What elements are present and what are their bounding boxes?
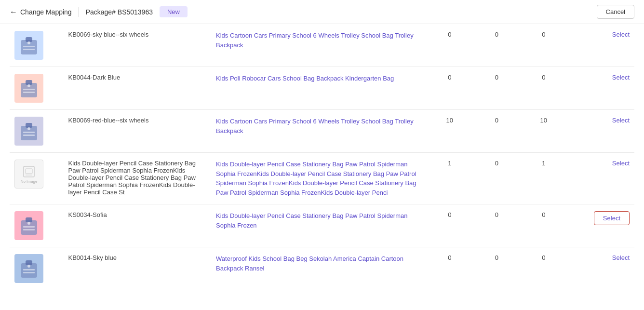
product-title[interactable]: Kids Double-layer Pencil Case Stationery… bbox=[216, 161, 416, 196]
sku-text: KB0069-sky blue--six wheels bbox=[68, 31, 148, 38]
svg-rect-16 bbox=[26, 169, 32, 174]
title-cell: Kids Cartoon Cars Primary School 6 Wheel… bbox=[211, 24, 426, 67]
qty3-cell: 0 bbox=[520, 24, 567, 67]
svg-point-22 bbox=[27, 222, 30, 225]
table-row: KB0069-red-blue--six wheelsKids Cartoon … bbox=[10, 110, 634, 153]
action-cell: Select bbox=[567, 153, 634, 204]
qty3-cell: 0 bbox=[520, 247, 567, 290]
svg-rect-6 bbox=[26, 80, 32, 85]
title-cell: Kids Double-layer Pencil Case Stationery… bbox=[211, 153, 426, 204]
svg-rect-15 bbox=[24, 166, 34, 177]
sku-text: KB0069-red-blue--six wheels bbox=[68, 117, 148, 124]
sku-cell: KB0014-Sky blue bbox=[63, 247, 211, 290]
product-image bbox=[14, 31, 43, 60]
product-image bbox=[14, 74, 43, 103]
svg-point-9 bbox=[27, 84, 30, 87]
svg-rect-25 bbox=[23, 269, 35, 270]
qty1-value: 0 bbox=[448, 211, 451, 218]
qty3-value: 0 bbox=[542, 211, 545, 218]
select-button[interactable]: Select bbox=[612, 160, 630, 167]
qty3-cell: 0 bbox=[520, 204, 567, 247]
sku-text: Kids Double-layer Pencil Case Stationery… bbox=[68, 160, 195, 196]
qty3-value: 0 bbox=[542, 254, 545, 261]
qty2-cell: 0 bbox=[473, 247, 521, 290]
table-row: KB0014-Sky blueWaterproof Kids School Ba… bbox=[10, 247, 634, 290]
product-image-cell: No Image bbox=[10, 153, 63, 204]
action-cell: Select bbox=[567, 110, 634, 153]
select-button[interactable]: Select bbox=[594, 211, 630, 225]
product-title[interactable]: Kids Double-layer Pencil Case Stationery… bbox=[216, 212, 407, 229]
sku-cell: Kids Double-layer Pencil Case Stationery… bbox=[63, 153, 211, 204]
qty3-value: 0 bbox=[542, 74, 545, 81]
svg-rect-13 bbox=[23, 135, 35, 136]
qty2-cell: 0 bbox=[473, 67, 521, 110]
sku-cell: KS0034-Sofia bbox=[63, 204, 211, 247]
product-image bbox=[14, 254, 43, 283]
svg-rect-3 bbox=[23, 49, 35, 50]
svg-rect-26 bbox=[23, 272, 35, 273]
sku-cell: KB0069-red-blue--six wheels bbox=[63, 110, 211, 153]
svg-rect-8 bbox=[23, 92, 35, 93]
action-cell: Select bbox=[567, 67, 634, 110]
sku-text: KS0034-Sofia bbox=[68, 211, 107, 218]
title-cell: Kids Poli Robocar Cars School Bag Backpa… bbox=[211, 67, 426, 110]
qty1-cell: 0 bbox=[426, 247, 473, 290]
package-label: Package# BS5013963 bbox=[86, 8, 153, 16]
back-arrow-icon: ← bbox=[10, 8, 17, 16]
product-title[interactable]: Kids Cartoon Cars Primary School 6 Wheel… bbox=[216, 118, 414, 135]
product-image-cell bbox=[10, 24, 63, 67]
qty2-value: 0 bbox=[495, 160, 498, 167]
svg-rect-1 bbox=[26, 37, 32, 42]
qty2-cell: 0 bbox=[473, 153, 521, 204]
qty1-value: 0 bbox=[448, 74, 451, 81]
qty1-value: 0 bbox=[448, 254, 451, 261]
product-image bbox=[14, 211, 43, 240]
back-link[interactable]: ← Change Mapping bbox=[10, 8, 72, 16]
sku-cell: KB0069-sky blue--six wheels bbox=[63, 24, 211, 67]
title-cell: Kids Cartoon Cars Primary School 6 Wheel… bbox=[211, 110, 426, 153]
qty2-cell: 0 bbox=[473, 24, 521, 67]
sku-cell: KB0044-Dark Blue bbox=[63, 67, 211, 110]
product-title[interactable]: Waterproof Kids School Bag Beg Sekolah A… bbox=[216, 255, 403, 272]
svg-rect-21 bbox=[23, 229, 35, 230]
select-button[interactable]: Select bbox=[612, 31, 630, 38]
svg-rect-19 bbox=[26, 217, 32, 222]
table-row: No ImageKids Double-layer Pencil Case St… bbox=[10, 153, 634, 204]
action-cell: Select bbox=[567, 247, 634, 290]
action-cell: Select bbox=[567, 204, 634, 247]
table-row: KS0034-SofiaKids Double-layer Pencil Cas… bbox=[10, 204, 634, 247]
qty1-cell: 1 bbox=[426, 153, 473, 204]
sku-text: KB0044-Dark Blue bbox=[68, 74, 120, 81]
qty3-value: 0 bbox=[542, 31, 545, 38]
qty3-value: 1 bbox=[542, 160, 545, 167]
select-button[interactable]: Select bbox=[612, 117, 630, 124]
title-cell: Waterproof Kids School Bag Beg Sekolah A… bbox=[211, 247, 426, 290]
product-image-cell bbox=[10, 67, 63, 110]
qty1-cell: 0 bbox=[426, 204, 473, 247]
product-table: KB0069-sky blue--six wheelsKids Cartoon … bbox=[10, 24, 634, 290]
qty1-value: 10 bbox=[446, 117, 453, 124]
header-divider bbox=[79, 7, 79, 17]
qty3-cell: 10 bbox=[520, 110, 567, 153]
svg-rect-11 bbox=[26, 123, 32, 128]
svg-point-14 bbox=[27, 127, 30, 130]
select-button[interactable]: Select bbox=[612, 74, 630, 81]
cancel-button[interactable]: Cancel bbox=[597, 5, 634, 19]
product-image-cell bbox=[10, 204, 63, 247]
select-button[interactable]: Select bbox=[612, 254, 630, 261]
svg-rect-24 bbox=[26, 260, 32, 265]
qty2-value: 0 bbox=[495, 254, 498, 261]
product-image bbox=[14, 117, 43, 146]
qty2-cell: 0 bbox=[473, 110, 521, 153]
qty3-cell: 0 bbox=[520, 67, 567, 110]
svg-rect-7 bbox=[23, 89, 35, 90]
product-table-container: KB0069-sky blue--six wheelsKids Cartoon … bbox=[0, 24, 644, 290]
product-image-cell bbox=[10, 247, 63, 290]
product-image-cell bbox=[10, 110, 63, 153]
qty1-value: 0 bbox=[448, 31, 451, 38]
qty2-value: 0 bbox=[495, 31, 498, 38]
qty2-value: 0 bbox=[495, 211, 498, 218]
product-title[interactable]: Kids Cartoon Cars Primary School 6 Wheel… bbox=[216, 32, 414, 49]
qty1-cell: 10 bbox=[426, 110, 473, 153]
product-title[interactable]: Kids Poli Robocar Cars School Bag Backpa… bbox=[216, 75, 394, 82]
